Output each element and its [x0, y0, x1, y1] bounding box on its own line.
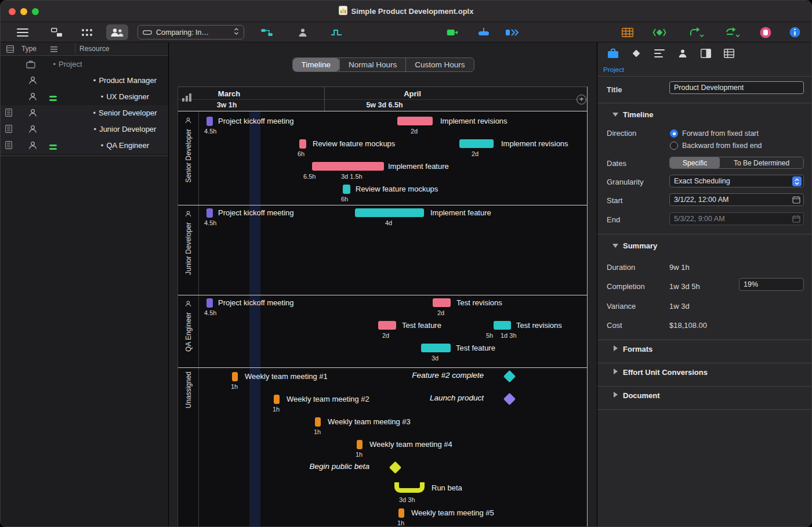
task-bar[interactable] [459, 139, 494, 148]
task-bar[interactable] [274, 395, 280, 404]
variance-label: Variance [607, 302, 636, 311]
disclosure-triangle-formats[interactable] [614, 345, 618, 351]
document-section-heading[interactable]: Document [623, 391, 660, 400]
dates-specific-segment[interactable]: Specific [670, 157, 720, 168]
resource-row-project[interactable]: •Project [1, 56, 168, 73]
task-duration: 1d 3h [501, 332, 517, 339]
inspector-tab-task[interactable] [630, 47, 643, 60]
leveling-badge-icon [49, 143, 57, 151]
task-bar[interactable] [343, 185, 350, 194]
comparing-dropdown[interactable]: Comparing: In… [137, 25, 244, 39]
variance-value: 1w 3d [669, 302, 690, 311]
end-date-input[interactable]: 5/3/22, 9:00 AM [669, 212, 804, 225]
calendar-icon[interactable] [792, 196, 800, 206]
milestones-icon[interactable] [651, 22, 668, 42]
hanger-icon[interactable] [476, 22, 491, 42]
resource-row-qa-engineer[interactable]: •QA Engineer [1, 138, 168, 154]
inspector-tab-columns[interactable] [723, 47, 735, 60]
scale-bars-icon[interactable] [182, 93, 193, 104]
leveling-icon[interactable] [329, 22, 344, 42]
inspector-tab-styles[interactable] [653, 47, 666, 60]
milestone-diamond[interactable] [389, 461, 401, 474]
resource-row-junior-developer[interactable]: •Junior Developer [1, 121, 168, 138]
task-duration: 3d 1.5h [341, 173, 362, 180]
task-label: Project kickoff meeting [218, 208, 294, 218]
task-bar[interactable] [433, 298, 451, 307]
task-bar[interactable] [206, 117, 213, 126]
violations-icon[interactable] [758, 22, 773, 42]
direction-backward-label[interactable]: Backward from fixed end [682, 142, 762, 150]
direction-forward-radio[interactable] [670, 129, 678, 138]
task-label: Weekly team meeting #1 [245, 372, 328, 381]
zoom-button[interactable]: + [577, 95, 586, 104]
tab-custom-hours[interactable]: Custom Hours [405, 58, 473, 71]
hammock-task-bar[interactable] [394, 482, 425, 493]
task-bar[interactable] [355, 208, 424, 217]
disclosure-triangle-timeline[interactable] [612, 113, 618, 117]
granularity-select[interactable]: Exact Scheduling [669, 175, 804, 187]
direction-forward-label[interactable]: Forward from fixed start [682, 129, 759, 138]
grid-view-icon[interactable] [79, 22, 95, 42]
custom-columns-icon[interactable] [620, 22, 635, 42]
catch-up-icon[interactable] [445, 22, 460, 42]
publish-icon[interactable] [687, 22, 706, 42]
task-bar[interactable] [357, 440, 362, 449]
milestone-label: Begin public beta [253, 462, 369, 471]
task-label: Test feature [456, 344, 495, 353]
task-bar[interactable] [312, 162, 384, 171]
effort-unit-conversions-section-heading[interactable]: Effort Unit Conversions [623, 368, 708, 377]
info-icon[interactable] [787, 22, 802, 42]
resource-name: Junior Developer [99, 125, 156, 133]
sheet-icon[interactable] [6, 45, 14, 55]
disclosure-triangle-summary[interactable] [612, 244, 618, 248]
inspector-tab-project[interactable] [607, 47, 619, 60]
network-view-icon[interactable] [49, 22, 64, 42]
calendar-icon[interactable] [792, 215, 800, 225]
disclosure-triangle-effort-unit-conversions[interactable] [614, 369, 618, 374]
task-bar[interactable] [494, 321, 511, 330]
disclosure-triangle-document[interactable] [614, 392, 618, 398]
resource-row-ux-designer[interactable]: •UX Designer [1, 89, 168, 105]
tab-timeline[interactable]: Timeline [292, 58, 339, 71]
task-bar[interactable] [206, 208, 213, 218]
task-bar[interactable] [315, 417, 321, 427]
dates-tbd-segment[interactable]: To Be Determined [720, 157, 803, 168]
task-duration: 1h [397, 519, 404, 526]
dependency-icon[interactable] [259, 22, 274, 42]
project-title-input[interactable]: Product Development [669, 81, 804, 94]
inspector-tab-resource[interactable] [676, 47, 689, 60]
milestone-label: Launch product [368, 394, 484, 403]
column-divider[interactable] [75, 44, 75, 54]
column-header-resource[interactable]: Resource [79, 45, 109, 53]
formats-section-heading[interactable]: Formats [623, 345, 652, 353]
task-bar[interactable] [398, 508, 404, 518]
cost-label: Cost [607, 321, 622, 330]
task-bar[interactable] [206, 298, 213, 308]
task-bar[interactable] [232, 372, 238, 381]
inspector-tab-view[interactable] [699, 47, 712, 60]
resource-row-product-manager[interactable]: •Product Manager [1, 73, 168, 89]
assign-resource-icon[interactable] [296, 22, 309, 42]
divider [597, 340, 811, 340]
timeline-scale-header[interactable]: March April 3w 1h 5w 3d 6.5h + [178, 87, 587, 111]
column-header-type[interactable]: Type [21, 45, 37, 53]
task-bar[interactable] [421, 344, 451, 352]
start-date-input[interactable]: 3/1/22, 12:00 AM [669, 193, 804, 206]
tab-normal-hours[interactable]: Normal Hours [339, 58, 405, 71]
task-bar[interactable] [397, 117, 433, 125]
sidebar-toggle-icon[interactable] [16, 22, 30, 42]
direction-backward-radio[interactable] [670, 142, 678, 150]
lane-label-unassigned: Unassigned [178, 367, 198, 527]
sync-icon[interactable] [723, 22, 742, 42]
hamburger-icon[interactable] [50, 46, 57, 54]
resource-row-senior-developer[interactable]: •Senior Developer [1, 105, 168, 121]
task-bar[interactable] [299, 139, 306, 149]
milestone-diamond[interactable] [503, 370, 516, 382]
completion-percent-input[interactable]: 19% [739, 278, 804, 291]
milestone-diamond[interactable] [503, 393, 516, 405]
outline-bullet: • [101, 141, 104, 150]
task-bar[interactable] [378, 321, 396, 330]
reschedule-icon[interactable] [504, 22, 520, 42]
task-duration: 2d [382, 332, 389, 339]
resource-view-icon[interactable] [106, 22, 128, 42]
